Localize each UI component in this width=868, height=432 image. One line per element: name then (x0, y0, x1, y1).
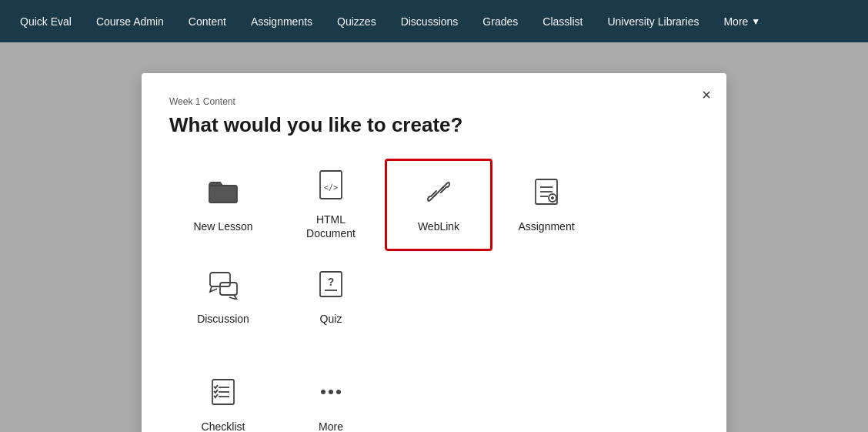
svg-point-21 (329, 390, 333, 394)
discussion-label: Discussion (197, 312, 249, 326)
more-dots-icon (315, 377, 346, 412)
modal-title: What would you like to create? (169, 113, 699, 137)
option-assignment[interactable]: Assignment (492, 159, 600, 251)
svg-text:?: ? (328, 276, 335, 288)
weblink-icon (423, 176, 454, 212)
option-html-document[interactable]: </> HTMLDocument (277, 159, 385, 251)
close-button[interactable]: × (702, 87, 711, 102)
folder-icon (208, 176, 239, 212)
nav-content[interactable]: Content (178, 9, 237, 34)
nav-quick-eval[interactable]: Quick Eval (9, 9, 82, 34)
option-checklist[interactable]: Checklist (169, 359, 277, 432)
nav-grades[interactable]: Grades (472, 9, 529, 34)
svg-rect-0 (209, 186, 237, 203)
nav-course-admin[interactable]: Course Admin (85, 9, 175, 34)
breadcrumb: Week 1 Content (169, 96, 699, 107)
navbar: Quick Eval Course Admin Content Assignme… (0, 0, 868, 42)
option-weblink[interactable]: WebLink (385, 159, 492, 251)
html-doc-icon: </> (315, 169, 346, 205)
nav-more[interactable]: More ▼ (713, 9, 771, 34)
create-modal: Week 1 Content What would you like to cr… (142, 73, 726, 432)
checklist-icon (208, 377, 239, 412)
assignment-icon (531, 176, 562, 212)
svg-text:</>: </> (324, 183, 338, 192)
quiz-label: Quiz (320, 312, 342, 326)
nav-university-libraries[interactable]: University Libraries (596, 9, 709, 34)
modal-overlay: Week 1 Content What would you like to cr… (0, 42, 868, 432)
options-row-1: New Lesson </> HTMLDocument (169, 159, 699, 343)
html-document-label: HTMLDocument (306, 213, 356, 240)
nav-discussions[interactable]: Discussions (390, 9, 469, 34)
option-new-lesson[interactable]: New Lesson (169, 159, 277, 251)
assignment-label: Assignment (518, 219, 574, 233)
option-more[interactable]: More (277, 359, 385, 432)
quiz-icon: ? (315, 269, 346, 304)
nav-quizzes[interactable]: Quizzes (326, 9, 387, 34)
weblink-label: WebLink (418, 219, 459, 233)
svg-point-22 (336, 390, 341, 394)
new-lesson-label: New Lesson (193, 219, 252, 233)
svg-rect-12 (220, 283, 237, 295)
discussion-icon (208, 269, 239, 304)
nav-classlist[interactable]: Classlist (532, 9, 593, 34)
options-row-2: Checklist More (169, 359, 699, 432)
checklist-label: Checklist (202, 420, 245, 432)
more-label: More (319, 420, 343, 432)
option-discussion[interactable]: Discussion (169, 251, 277, 343)
chevron-down-icon: ▼ (751, 16, 760, 27)
nav-assignments[interactable]: Assignments (240, 9, 323, 34)
svg-point-20 (321, 390, 326, 394)
option-quiz[interactable]: ? Quiz (277, 251, 385, 343)
